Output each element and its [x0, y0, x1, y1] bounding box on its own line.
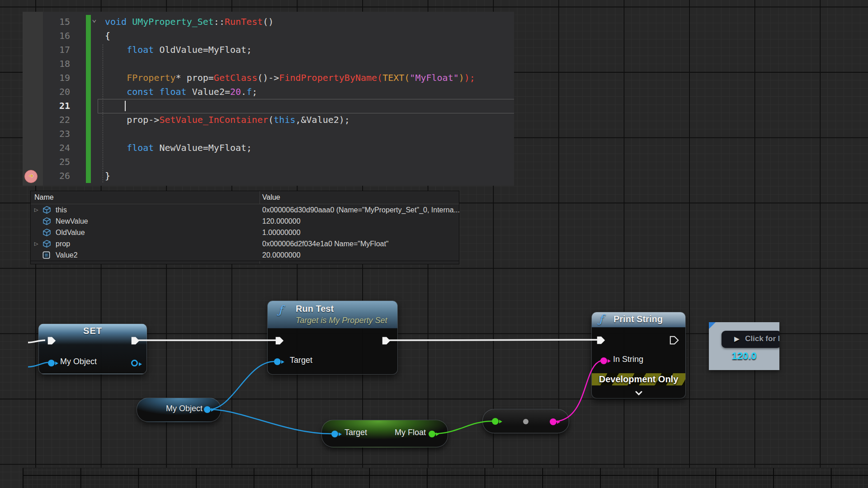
line-number[interactable]: 21: [23, 99, 70, 113]
line-number[interactable]: 20: [23, 85, 70, 99]
variable-value[interactable]: 1.00000000: [262, 227, 301, 238]
exec-in-pin[interactable]: [274, 336, 284, 346]
variable-name[interactable]: Value2: [56, 249, 78, 261]
variable-value[interactable]: 0x000006d30d90aaa0 (Name="MyProperty_Set…: [262, 204, 460, 216]
line-number[interactable]: 16: [23, 29, 70, 43]
run-test-header: ƒ Run Test Target is My Property Set: [268, 301, 397, 328]
line-number[interactable]: 23: [23, 127, 70, 141]
line-number[interactable]: 24: [23, 141, 70, 155]
name-column-header[interactable]: Name: [34, 191, 54, 204]
target-input-pin-label: Target: [290, 356, 312, 365]
function-icon: ƒ: [599, 313, 603, 325]
code-text: FProperty* prop=GetClass()->FindProperty…: [105, 71, 475, 85]
my-float-label: My Float: [395, 428, 426, 437]
watch-row-prop[interactable]: ▷prop0x000006d2f034e1a0 Name="MyFloat": [31, 238, 459, 250]
code-line-20[interactable]: 20 const float Value2=20.f;: [23, 85, 514, 99]
code-text: const float Value2=20.f;: [105, 85, 257, 99]
code-line-16[interactable]: 16{: [23, 29, 514, 43]
unreal-blueprint-debug-screen: SET My Object ƒ Run Test Target is My Pr…: [0, 0, 868, 488]
line-number[interactable]: 22: [23, 113, 70, 127]
line-number[interactable]: 19: [23, 71, 70, 85]
print-string-header: ƒ Print String: [592, 312, 685, 328]
watch-window[interactable]: Name Value ▷this0x000006d30d90aaa0 (Name…: [30, 191, 459, 264]
set-node-title: SET: [39, 326, 146, 336]
set-node[interactable]: SET My Object: [38, 324, 147, 374]
value-column-header[interactable]: Value: [262, 191, 280, 204]
secondary-graph-band: [23, 468, 868, 488]
code-line-21[interactable]: 21: [23, 99, 514, 113]
float-input-pin[interactable]: [492, 418, 499, 425]
object-input-pin-label: My Object: [60, 357, 97, 366]
expand-caret-icon[interactable]: ▷: [34, 238, 38, 249]
code-line-18[interactable]: 18: [23, 57, 514, 71]
line-number[interactable]: 25: [23, 155, 70, 169]
code-line-19[interactable]: 19 FProperty* prop=GetClass()->FindPrope…: [23, 71, 514, 85]
click-for-node-button[interactable]: ▶ Click for N: [722, 331, 779, 348]
variable-name[interactable]: prop: [56, 238, 70, 249]
expand-chevron-icon[interactable]: [635, 389, 642, 397]
expand-caret-icon[interactable]: ▷: [34, 204, 38, 216]
code-text: prop->SetValue_InContainer(this,&Value2)…: [105, 113, 350, 127]
my-float-getter-node[interactable]: Target My Float: [321, 420, 448, 447]
exec-in-pin[interactable]: [47, 336, 57, 346]
object-wire-myobject-to-getter[interactable]: [209, 409, 332, 434]
variable-value[interactable]: 20.0000000: [262, 249, 301, 261]
target-label: Target: [344, 428, 367, 437]
code-line-23[interactable]: 23: [23, 127, 514, 141]
line-number[interactable]: 17: [23, 43, 70, 57]
code-text: void UMyProperty_Set::RunTest(): [105, 15, 274, 29]
run-test-title: Run Test: [296, 304, 334, 314]
object-output-pin[interactable]: [131, 360, 138, 366]
code-line-27[interactable]: 27: [23, 183, 514, 186]
my-object-label: My Object: [166, 404, 203, 413]
variable-value[interactable]: 0x000006d2f034e1a0 Name="MyFloat": [262, 238, 389, 249]
print-string-title: Print String: [613, 314, 663, 324]
in-string-pin-label: In String: [613, 355, 643, 364]
value-box-icon: [42, 251, 50, 262]
code-line-22[interactable]: 22 prop->SetValue_InContainer(this,&Valu…: [23, 113, 514, 127]
code-line-24[interactable]: 24 float NewValue=MyFloat;: [23, 141, 514, 155]
variable-value[interactable]: 120.000000: [262, 216, 301, 227]
watch-row-this[interactable]: ▷this0x000006d30d90aaa0 (Name="MyPropert…: [31, 204, 459, 216]
code-text: float OldValue=MyFloat;: [105, 43, 252, 57]
bubble-corner-icon: [709, 322, 716, 329]
function-icon: ƒ: [278, 304, 283, 316]
exec-wire-runtest-to-printstring[interactable]: [389, 340, 598, 340]
line-number[interactable]: 18: [23, 57, 70, 71]
run-test-node[interactable]: ƒ Run Test Target is My Property Set Tar…: [267, 300, 398, 375]
code-editor-panel[interactable]: ⌄ ➜ 15void UMyProperty_Set::RunTest()16{…: [23, 12, 514, 186]
run-test-subtitle: Target is My Property Set: [296, 316, 387, 325]
watch-header-row: Name Value: [31, 191, 459, 204]
code-text: {: [105, 29, 110, 43]
play-cursor-icon: ▶: [734, 335, 740, 343]
my-object-getter-node[interactable]: My Object: [137, 398, 221, 422]
code-text: }: [105, 169, 110, 183]
watch-row-OldValue[interactable]: OldValue1.00000000: [31, 227, 459, 239]
object-input-pin[interactable]: [48, 360, 55, 366]
click-for-node-label: Click for N: [745, 334, 779, 343]
target-input-pin[interactable]: [274, 358, 281, 365]
watch-row-Value2[interactable]: Value220.0000000: [31, 249, 459, 261]
in-string-input-pin[interactable]: [600, 357, 607, 364]
print-string-node[interactable]: ƒ Print String In String Development Onl…: [591, 312, 686, 399]
wildcard-dot-icon: [523, 419, 528, 424]
target-input-pin[interactable]: [331, 431, 338, 437]
variable-name[interactable]: OldValue: [56, 227, 85, 238]
debug-watch-value: 120.0: [709, 350, 779, 362]
line-number[interactable]: 15: [23, 15, 70, 29]
code-line-15[interactable]: 15void UMyProperty_Set::RunTest(): [23, 15, 514, 29]
line-number[interactable]: 26: [23, 169, 70, 183]
development-only-banner: Development Only: [592, 373, 685, 385]
code-text: float NewValue=MyFloat;: [105, 141, 252, 155]
debug-value-bubble[interactable]: ▶ Click for N 120.0: [709, 322, 779, 370]
code-lines[interactable]: 15void UMyProperty_Set::RunTest()16{17 f…: [23, 15, 514, 186]
code-line-25[interactable]: 25: [23, 155, 514, 169]
watch-row-NewValue[interactable]: NewValue120.000000: [31, 216, 459, 227]
variable-name[interactable]: NewValue: [56, 216, 88, 227]
variable-name[interactable]: this: [56, 204, 67, 216]
code-line-17[interactable]: 17 float OldValue=MyFloat;: [23, 43, 514, 57]
code-line-26[interactable]: 26}: [23, 169, 514, 183]
line-number[interactable]: 27: [23, 183, 70, 186]
text-caret: [125, 101, 126, 111]
exec-out-pin[interactable]: [669, 335, 679, 345]
